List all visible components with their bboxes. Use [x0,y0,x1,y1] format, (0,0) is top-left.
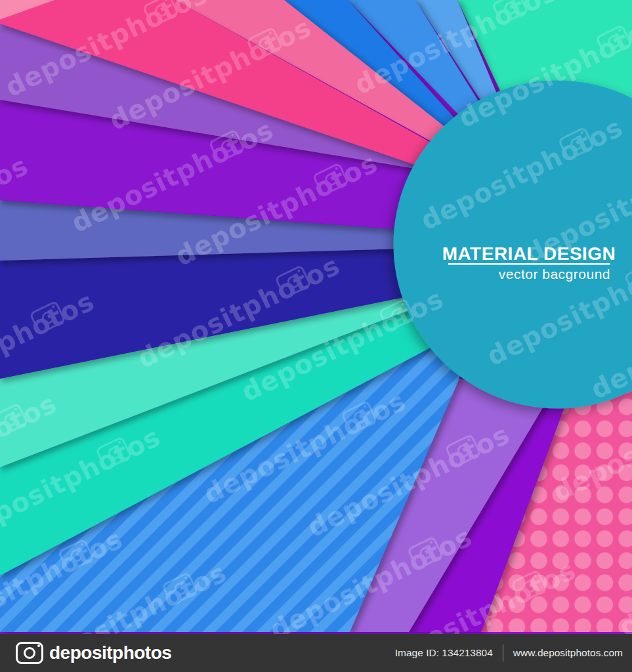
artwork-title: MATERIAL DESIGN [442,243,616,264]
footer-divider [503,644,503,662]
artwork-subtitle: vector bacground [499,266,610,282]
footer-meta: Image ID: 134213804 www.depositphotos.co… [395,644,632,662]
stock-image-preview: MATERIAL DESIGN vector bacground deposit… [0,0,632,672]
artwork-area: MATERIAL DESIGN vector bacground deposit… [0,0,632,634]
footer-brand: depositphotos [0,642,395,664]
image-id-label: Image ID: 134213804 [395,647,493,659]
website-url: www.depositphotos.com [513,647,623,659]
brand-name: depositphotos [49,642,171,663]
camera-logo-icon [16,642,43,664]
material-design-artwork: MATERIAL DESIGN vector bacground [0,0,632,634]
title-underline [448,263,610,265]
footer-bar: depositphotos Image ID: 134213804 www.de… [0,634,632,672]
